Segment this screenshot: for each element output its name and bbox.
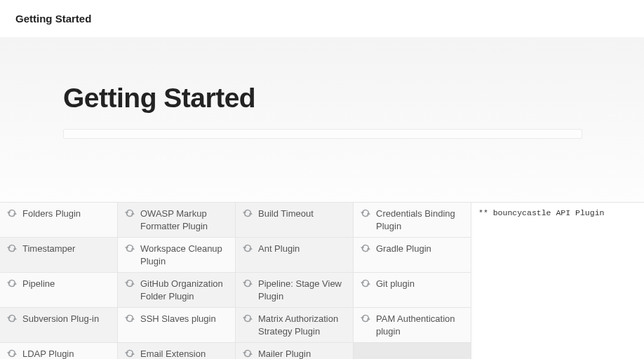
plugin-cell: Build Timeout (236, 203, 354, 238)
refresh-icon (125, 313, 135, 323)
plugin-cell (354, 343, 471, 359)
plugin-name: Credentials Binding Plugin (376, 208, 464, 232)
refresh-icon (7, 278, 17, 288)
refresh-icon (7, 208, 17, 218)
plugin-grid: Folders PluginOWASP Markup Formatter Plu… (0, 203, 471, 359)
plugin-name: Build Timeout (258, 208, 314, 220)
plugin-name: PAM Authentication plugin (376, 313, 464, 337)
refresh-icon (361, 243, 370, 253)
plugin-cell: Subversion Plug-in (0, 308, 118, 343)
plugin-name: Pipeline: Stage View Plugin (258, 278, 346, 302)
refresh-icon (125, 243, 135, 253)
plugin-cell: Ant Plugin (236, 238, 354, 273)
refresh-icon (361, 208, 370, 218)
install-log: ** bouncycastle API Plugin (471, 203, 644, 359)
refresh-icon (243, 313, 253, 323)
plugin-name: Workspace Cleanup Plugin (140, 243, 228, 267)
plugin-cell: Workspace Cleanup Plugin (118, 238, 236, 273)
plugin-name: LDAP Plugin (22, 348, 74, 359)
plugin-name: Git plugin (376, 278, 415, 290)
refresh-icon (7, 348, 17, 358)
plugin-name: Matrix Authorization Strategy Plugin (258, 313, 346, 337)
plugin-cell: Gradle Plugin (354, 238, 471, 273)
header: Getting Started (0, 0, 644, 37)
plugin-cell: OWASP Markup Formatter Plugin (118, 203, 236, 238)
plugin-name: Email Extension Plugin (140, 348, 228, 359)
plugin-cell: Email Extension Plugin (118, 343, 236, 359)
plugin-area: Folders PluginOWASP Markup Formatter Plu… (0, 202, 644, 359)
refresh-icon (243, 243, 253, 253)
progress-bar (63, 129, 582, 139)
plugin-cell: Mailer Plugin (236, 343, 354, 359)
plugin-cell: PAM Authentication plugin (354, 308, 471, 343)
refresh-icon (125, 208, 135, 218)
plugin-cell: Matrix Authorization Strategy Plugin (236, 308, 354, 343)
plugin-name: SSH Slaves plugin (140, 313, 216, 325)
refresh-icon (243, 278, 253, 288)
plugin-name: Timestamper (22, 243, 75, 255)
plugin-cell: Folders Plugin (0, 203, 118, 238)
plugin-cell: Pipeline: Stage View Plugin (236, 273, 354, 308)
header-title: Getting Started (15, 13, 91, 25)
plugin-name: Folders Plugin (22, 208, 81, 220)
plugin-cell: LDAP Plugin (0, 343, 118, 359)
main-section: Getting Started (0, 37, 644, 202)
page-title: Getting Started (63, 83, 644, 114)
plugin-name: Ant Plugin (258, 243, 300, 255)
refresh-icon (243, 348, 253, 358)
plugin-name: GitHub Organization Folder Plugin (140, 278, 228, 302)
plugin-name: Pipeline (22, 278, 55, 290)
refresh-icon (361, 278, 370, 288)
plugin-name: OWASP Markup Formatter Plugin (140, 208, 228, 232)
refresh-icon (125, 348, 135, 358)
refresh-icon (243, 208, 253, 218)
refresh-icon (361, 313, 370, 323)
refresh-icon (125, 278, 135, 288)
log-line: ** bouncycastle API Plugin (478, 208, 637, 217)
plugin-name: Gradle Plugin (376, 243, 431, 255)
plugin-name: Mailer Plugin (258, 348, 311, 359)
refresh-icon (7, 243, 17, 253)
plugin-cell: Git plugin (354, 273, 471, 308)
plugin-cell: Pipeline (0, 273, 118, 308)
plugin-cell: Timestamper (0, 238, 118, 273)
refresh-icon (7, 313, 17, 323)
plugin-cell: Credentials Binding Plugin (354, 203, 471, 238)
plugin-name: Subversion Plug-in (22, 313, 99, 325)
plugin-cell: SSH Slaves plugin (118, 308, 236, 343)
plugin-cell: GitHub Organization Folder Plugin (118, 273, 236, 308)
